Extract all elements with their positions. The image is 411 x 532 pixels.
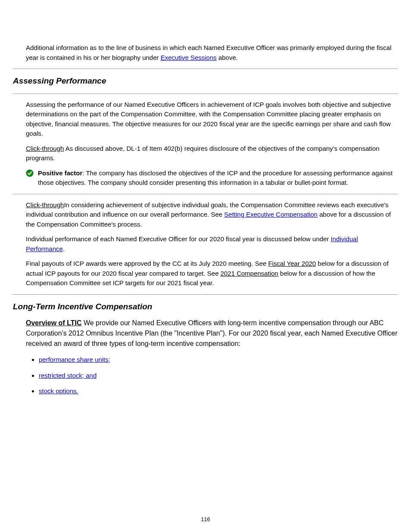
divider: [13, 294, 398, 295]
dl2-p2a: Individual performance of each Named Exe…: [26, 235, 331, 243]
dl2-p3a: Final payouts of ICP awards were approve…: [26, 260, 268, 267]
stock-options-link[interactable]: stock options.: [39, 387, 78, 395]
positive-factor-text: : The company has disclosed the objectiv…: [38, 169, 392, 187]
clickthrough-label-2: Click-through: [26, 201, 64, 208]
intro-paragraph: Additional information as to the line of…: [13, 43, 398, 62]
comp2021-uline: 2021 Compensation: [221, 270, 278, 277]
setting-exec-comp-link[interactable]: Setting Executive Compensation: [224, 211, 318, 218]
overview-label: Overview of LTIC: [26, 319, 82, 327]
ltic-heading: Long-Term Incentive Compensation: [13, 301, 398, 313]
divider: [13, 68, 398, 69]
page: Additional information as to the line of…: [0, 0, 411, 532]
checkmark-icon: [26, 169, 34, 180]
dl2-p3: Final payouts of ICP awards were approve…: [13, 259, 398, 288]
intro-text-b: above.: [217, 54, 238, 61]
dl2-p2b: .: [63, 245, 65, 252]
list-item: stock options.: [39, 386, 398, 396]
psu-link[interactable]: performance share units;: [39, 356, 110, 363]
positive-factor-row: Positive factor: The company has disclos…: [13, 168, 398, 188]
svg-point-0: [26, 170, 33, 177]
assessing-performance-heading: Assessing Performance: [13, 75, 398, 87]
ltic-bullet-list: performance share units; restricted stoc…: [13, 355, 398, 396]
dl2-p1: Click-throughIn considering achievement …: [13, 200, 398, 230]
positive-factor-label: Positive factor: [38, 169, 82, 177]
page-number: 116: [0, 515, 411, 524]
dl1-paragraph: Assessing the performance of our Named E…: [13, 100, 398, 139]
restricted-stock-link[interactable]: restricted stock; and: [39, 372, 97, 379]
divider: [13, 93, 398, 94]
overview-text: We provide our Named Executive Officers …: [26, 319, 398, 347]
dl2-p2: Individual performance of each Named Exe…: [13, 234, 398, 254]
executive-sessions-link[interactable]: Executive Sessions: [161, 54, 217, 61]
positive-factor-text-wrap: Positive factor: The company has disclos…: [38, 168, 398, 188]
clickthrough-text: As discussed above, DL-1 of Item 402(b) …: [26, 145, 380, 162]
list-item: performance share units;: [39, 355, 398, 365]
overview-row: Overview of LTIC We provide our Named Ex…: [26, 318, 398, 349]
dl1-clickthrough: Click-through As discussed above, DL-1 o…: [13, 144, 398, 163]
divider: [13, 194, 398, 194]
fy2020-uline: Fiscal Year 2020: [268, 260, 316, 267]
list-item: restricted stock; and: [39, 371, 398, 381]
clickthrough-label: Click-through: [26, 145, 64, 152]
